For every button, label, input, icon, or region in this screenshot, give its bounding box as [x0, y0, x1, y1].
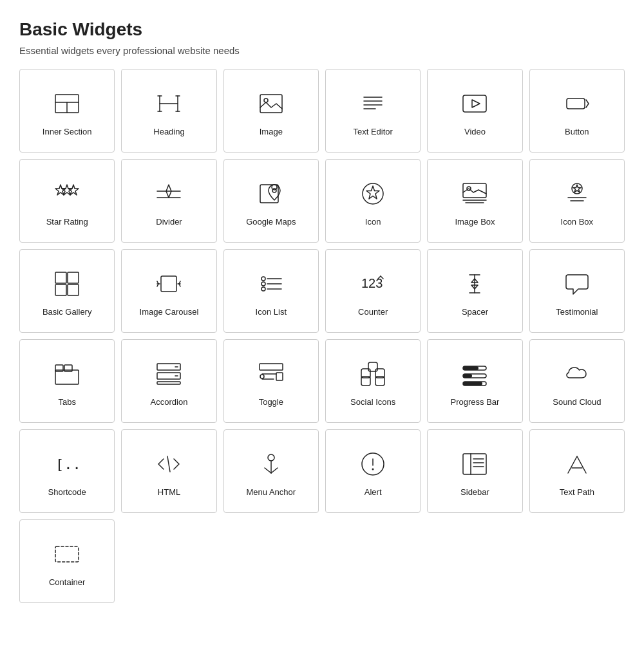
- svg-rect-16: [463, 95, 486, 112]
- svg-rect-68: [157, 382, 180, 384]
- widget-card-icon-box[interactable]: Icon Box: [529, 159, 625, 243]
- accordion-icon: [153, 358, 184, 389]
- page-title: Basic Widgets: [19, 19, 625, 40]
- widget-label-social-icons: Social Icons: [350, 397, 395, 407]
- widget-label-toggle: Toggle: [259, 397, 283, 407]
- widget-card-tabs[interactable]: Tabs: [19, 339, 115, 423]
- widget-label-star-rating: Star Rating: [46, 217, 88, 227]
- widget-card-toggle[interactable]: Toggle: [223, 339, 319, 423]
- widget-label-inner-section: Inner Section: [43, 127, 92, 136]
- text-path-icon: [562, 449, 592, 479]
- widget-label-accordion: Accordion: [151, 397, 188, 407]
- widget-card-alert[interactable]: Alert: [325, 429, 421, 513]
- widget-card-social-icons[interactable]: Social Icons: [325, 339, 421, 423]
- basic-gallery-icon: [52, 268, 82, 299]
- svg-rect-96: [463, 454, 486, 474]
- widget-label-tabs: Tabs: [58, 397, 75, 407]
- spacer-icon: [459, 268, 490, 299]
- widget-card-counter[interactable]: 123Counter: [325, 249, 421, 333]
- widget-card-icon[interactable]: Icon: [325, 159, 421, 243]
- widget-label-icon-box: Icon Box: [561, 217, 594, 227]
- widget-card-menu-anchor[interactable]: Menu Anchor: [223, 429, 319, 513]
- widget-label-progress-bar: Progress Bar: [451, 397, 500, 407]
- svg-point-53: [261, 287, 265, 291]
- widget-card-icon-list[interactable]: Icon List: [223, 249, 319, 333]
- svg-rect-41: [68, 284, 79, 295]
- widget-label-image-carousel: Image Carousel: [140, 307, 199, 317]
- tabs-icon: [52, 358, 82, 389]
- page-subtitle: Essential widgets every professional web…: [19, 45, 625, 56]
- widget-label-container: Container: [49, 577, 85, 587]
- svg-point-95: [372, 468, 374, 470]
- widget-card-star-rating[interactable]: Star Rating: [19, 159, 115, 243]
- menu-anchor-icon: [256, 449, 287, 479]
- widget-card-spacer[interactable]: Spacer: [427, 249, 522, 333]
- toggle-icon: [256, 358, 287, 389]
- svg-point-11: [264, 98, 268, 102]
- icon-list-icon: [256, 268, 287, 299]
- widget-label-heading: Heading: [153, 127, 184, 136]
- widget-card-shortcode[interactable]: [...]Shortcode: [19, 429, 115, 513]
- svg-rect-82: [463, 366, 478, 370]
- svg-rect-18: [567, 98, 585, 109]
- svg-text:123: 123: [361, 276, 383, 290]
- widget-card-image-carousel[interactable]: Image Carousel: [121, 249, 216, 333]
- svg-marker-17: [472, 100, 480, 107]
- widget-card-text-editor[interactable]: Text Editor: [325, 69, 421, 153]
- widget-card-video[interactable]: Video: [427, 69, 522, 153]
- widget-card-inner-section[interactable]: Inner Section: [19, 69, 115, 153]
- widget-card-divider[interactable]: Divider: [121, 159, 216, 243]
- widget-label-button: Button: [565, 127, 589, 136]
- widget-label-spacer: Spacer: [462, 307, 488, 317]
- divider-icon: [153, 178, 184, 209]
- image-carousel-icon: [153, 268, 184, 299]
- widget-label-divider: Divider: [156, 217, 182, 227]
- svg-line-88: [167, 456, 170, 472]
- shortcode-icon: [...]: [52, 449, 82, 479]
- widget-card-text-path[interactable]: Text Path: [529, 429, 625, 513]
- svg-rect-86: [463, 382, 482, 386]
- widget-label-html: HTML: [158, 487, 180, 497]
- svg-point-89: [268, 454, 274, 461]
- svg-rect-63: [55, 370, 79, 384]
- svg-rect-38: [55, 272, 66, 283]
- widget-card-testimonial[interactable]: Testimonial: [529, 249, 625, 333]
- widget-card-container[interactable]: Container: [19, 519, 115, 603]
- widget-card-accordion[interactable]: Accordion: [121, 339, 216, 423]
- svg-rect-75: [276, 373, 283, 380]
- widget-label-text-path: Text Path: [560, 487, 594, 497]
- icon-icon: [357, 178, 388, 209]
- container-icon: [52, 539, 82, 570]
- widget-card-google-maps[interactable]: Google Maps: [223, 159, 319, 243]
- svg-rect-10: [260, 95, 282, 113]
- widget-card-sound-cloud[interactable]: Sound Cloud: [529, 339, 625, 423]
- svg-point-73: [260, 375, 264, 378]
- image-box-icon: [459, 178, 490, 209]
- svg-text:[...]: [...]: [55, 456, 81, 472]
- widget-label-menu-anchor: Menu Anchor: [247, 487, 296, 497]
- widget-label-image-box: Image Box: [455, 217, 495, 227]
- button-icon: [562, 88, 592, 119]
- svg-marker-35: [573, 185, 581, 192]
- widget-grid: Inner SectionHeadingImageText EditorVide…: [19, 69, 625, 603]
- widget-label-sound-cloud: Sound Cloud: [553, 397, 601, 407]
- widget-card-progress-bar[interactable]: Progress Bar: [427, 339, 522, 423]
- widget-card-heading[interactable]: Heading: [121, 69, 216, 153]
- widget-card-basic-gallery[interactable]: Basic Gallery: [19, 249, 115, 333]
- video-icon: [459, 88, 490, 119]
- widget-card-image-box[interactable]: Image Box: [427, 159, 522, 243]
- alert-icon: [357, 449, 388, 479]
- widget-label-testimonial: Testimonial: [556, 307, 598, 317]
- heading-icon: [153, 88, 184, 119]
- image-icon: [256, 88, 287, 119]
- sound-cloud-icon: [562, 358, 592, 389]
- widget-card-sidebar[interactable]: Sidebar: [427, 429, 522, 513]
- widget-card-html[interactable]: HTML: [121, 429, 216, 513]
- svg-rect-84: [463, 374, 472, 378]
- progress-bar-icon: [459, 358, 490, 389]
- widget-card-button[interactable]: Button: [529, 69, 625, 153]
- widget-label-icon-list: Icon List: [256, 307, 287, 317]
- svg-marker-29: [366, 186, 379, 199]
- widget-card-image[interactable]: Image: [223, 69, 319, 153]
- icon-box-icon: [562, 178, 592, 209]
